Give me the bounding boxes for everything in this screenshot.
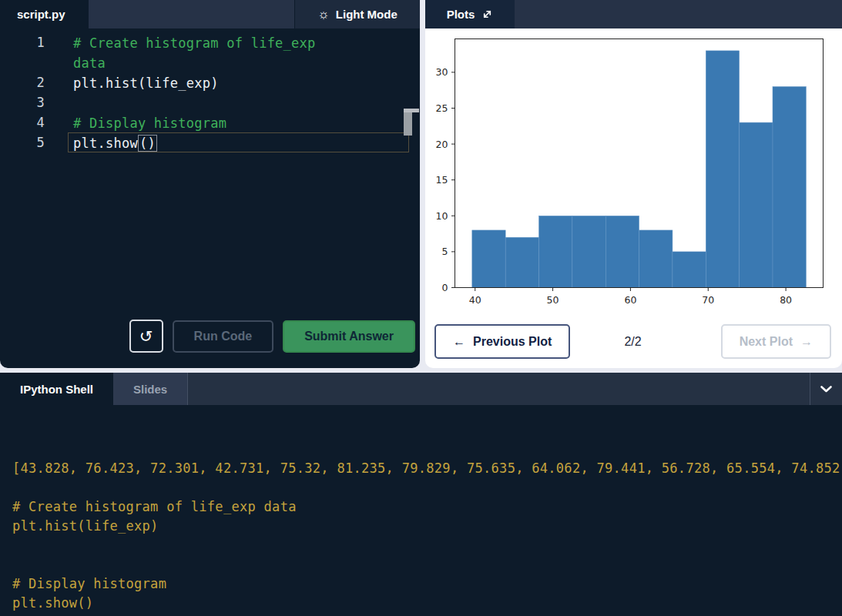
shell-output-line: # Display histogram: [12, 574, 842, 594]
code-text: plt.show(): [68, 132, 409, 152]
code-text: [68, 92, 409, 112]
tab-ipython-shell[interactable]: IPython Shell: [0, 373, 113, 405]
editor-code-area[interactable]: 1# Create histogram of life_expdata2plt.…: [0, 28, 420, 152]
shell-output-line: plt.hist(life_exp): [12, 517, 842, 536]
code-text: # Display histogram: [68, 112, 409, 132]
shell-output-line: [43.828, 76.423, 72.301, 42.731, 75.32, …: [12, 459, 842, 478]
sun-icon: ☼: [317, 8, 330, 21]
shell-header: IPython Shell Slides: [0, 373, 842, 405]
plots-header: Plots: [425, 0, 842, 28]
plots-tab-label: Plots: [447, 8, 475, 21]
shell-output-line: [12, 613, 842, 616]
shell-header-fill: [188, 373, 810, 405]
tab-plots[interactable]: Plots: [425, 0, 515, 28]
svg-text:60: 60: [624, 294, 636, 306]
line-number: [0, 52, 45, 72]
editor-line[interactable]: 4# Display histogram: [0, 112, 420, 132]
plots-panel: Plots 4050607080051015202530 ← Previous …: [425, 0, 842, 368]
editor-line[interactable]: 5plt.show(): [0, 132, 420, 152]
svg-text:80: 80: [780, 294, 792, 306]
previous-plot-label: Previous Plot: [473, 335, 552, 349]
editor-actions: ↺ Run Code Submit Answer: [129, 320, 415, 353]
right-arrow-icon: →: [800, 335, 813, 349]
shell-output-line: # Create histogram of life_exp data: [12, 497, 842, 517]
svg-text:50: 50: [547, 294, 559, 306]
plots-footer: ← Previous Plot 2/2 Next Plot →: [434, 324, 831, 359]
line-number: 2: [0, 72, 45, 92]
svg-text:30: 30: [436, 66, 448, 78]
code-editor-panel: script.py ☼ Light Mode 1# Create histogr…: [0, 0, 420, 368]
tab-slides[interactable]: Slides: [113, 373, 187, 405]
left-arrow-icon: ←: [453, 335, 465, 349]
editor-header: script.py ☼ Light Mode: [0, 0, 420, 28]
editor-header-fill: [89, 0, 294, 28]
editor-line[interactable]: data: [0, 52, 420, 72]
scrollbar-thumb[interactable]: [404, 112, 412, 136]
svg-text:10: 10: [436, 210, 448, 222]
submit-answer-button[interactable]: Submit Answer: [283, 320, 415, 353]
shell-output[interactable]: [43.828, 76.423, 72.301, 42.731, 75.32, …: [0, 405, 842, 616]
shell-panel: IPython Shell Slides [43.828, 76.423, 72…: [0, 373, 842, 616]
svg-text:15: 15: [436, 174, 448, 186]
collapse-panel-button[interactable]: [810, 373, 842, 405]
shell-output-lines: [43.828, 76.423, 72.301, 42.731, 75.32, …: [12, 459, 842, 616]
svg-text:25: 25: [436, 102, 448, 114]
cursor-bracket-highlight: (): [138, 135, 157, 152]
reset-icon: ↺: [139, 328, 153, 344]
previous-plot-button[interactable]: ← Previous Plot: [434, 324, 570, 359]
svg-text:0: 0: [442, 282, 448, 293]
histogram-plot: 4050607080051015202530: [425, 28, 842, 323]
code-text: data: [68, 52, 409, 72]
svg-text:5: 5: [442, 246, 448, 257]
run-code-button[interactable]: Run Code: [173, 320, 274, 353]
reset-code-button[interactable]: ↺: [129, 320, 163, 353]
line-number: 1: [0, 32, 45, 52]
shell-output-line: [12, 478, 842, 497]
light-mode-label: Light Mode: [336, 8, 398, 21]
next-plot-label: Next Plot: [740, 335, 793, 349]
chevron-down-icon: [820, 385, 833, 393]
line-number: 5: [0, 132, 45, 152]
svg-text:20: 20: [436, 139, 448, 150]
shell-output-line: [12, 555, 842, 574]
light-mode-toggle[interactable]: ☼ Light Mode: [294, 0, 420, 28]
editor-line[interactable]: 2plt.hist(life_exp): [0, 72, 420, 92]
editor-line[interactable]: 3: [0, 92, 420, 112]
shell-output-line: [12, 536, 842, 555]
next-plot-button[interactable]: Next Plot →: [721, 324, 831, 359]
plots-header-fill: [515, 0, 842, 28]
code-text: plt.hist(life_exp): [68, 72, 409, 92]
line-number: 4: [0, 112, 45, 132]
line-number: 3: [0, 92, 45, 112]
tab-script-py[interactable]: script.py: [0, 0, 89, 28]
svg-text:40: 40: [469, 294, 481, 306]
svg-text:70: 70: [702, 294, 714, 306]
editor-line[interactable]: 1# Create histogram of life_exp: [0, 32, 420, 52]
code-text: # Create histogram of life_exp: [68, 32, 409, 52]
shell-output-line: plt.show(): [12, 594, 842, 613]
expand-icon[interactable]: [481, 8, 493, 20]
plot-counter: 2/2: [624, 335, 641, 349]
